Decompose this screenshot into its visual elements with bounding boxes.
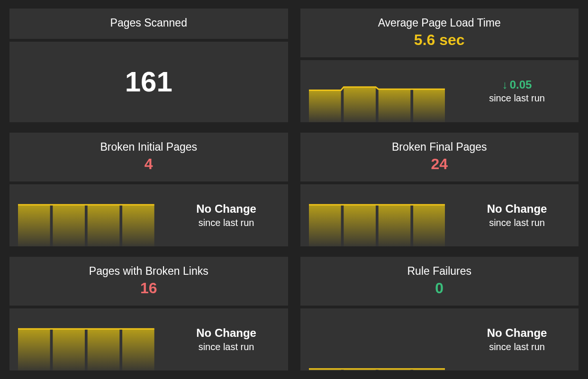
delta-sub: since last run bbox=[489, 92, 545, 104]
card-avg-load-time: Average Page Load Time 5.6 sec ↓ 0.05 si… bbox=[300, 9, 579, 122]
change-main: No Change bbox=[196, 326, 256, 340]
change-main: No Change bbox=[196, 202, 256, 216]
svg-rect-5 bbox=[53, 205, 85, 246]
metric-value: 16 bbox=[140, 280, 157, 297]
card-title: Rule Failures bbox=[407, 264, 472, 279]
svg-rect-8 bbox=[309, 205, 341, 246]
card-title: Average Page Load Time bbox=[378, 16, 501, 30]
svg-rect-9 bbox=[344, 205, 376, 246]
card-broken-links: Pages with Broken Links 16 No Change sin… bbox=[9, 257, 288, 370]
svg-rect-1 bbox=[344, 87, 376, 122]
svg-rect-14 bbox=[88, 329, 120, 370]
change-sub: since last run bbox=[199, 341, 254, 352]
card-broken-final: Broken Final Pages 24 No Change since la… bbox=[300, 133, 579, 246]
card-title: Broken Final Pages bbox=[392, 140, 487, 154]
dashboard-grid: Pages Scanned 161 Average Page Load Time… bbox=[9, 9, 579, 370]
change-block: ↓ 0.05 since last run bbox=[455, 78, 579, 104]
change-sub: since last run bbox=[489, 341, 545, 352]
card-pages-scanned: Pages Scanned 161 bbox=[9, 9, 288, 122]
sparkline bbox=[300, 184, 451, 246]
sparkline bbox=[9, 184, 160, 246]
change-block: No Change since last run bbox=[165, 202, 288, 228]
card-body: No Change since last run bbox=[9, 308, 288, 370]
metric-value: 161 bbox=[125, 68, 172, 96]
change-sub: since last run bbox=[489, 217, 545, 228]
metric-value: 5.6 sec bbox=[414, 31, 465, 49]
card-body: No Change since last run bbox=[9, 184, 288, 246]
metric-value: 4 bbox=[145, 155, 153, 173]
svg-rect-15 bbox=[122, 329, 154, 370]
svg-rect-10 bbox=[378, 205, 410, 246]
card-body: ↓ 0.05 since last run bbox=[300, 60, 579, 122]
arrow-down-icon: ↓ bbox=[502, 78, 508, 91]
svg-rect-6 bbox=[88, 205, 120, 246]
change-main: No Change bbox=[487, 202, 547, 216]
card-body: No Change since last run bbox=[300, 184, 579, 246]
change-sub: since last run bbox=[199, 217, 254, 228]
svg-rect-4 bbox=[18, 205, 50, 246]
svg-rect-2 bbox=[378, 89, 410, 122]
svg-rect-3 bbox=[413, 89, 445, 122]
card-body: No Change since last run bbox=[300, 308, 579, 370]
card-header: Average Page Load Time 5.6 sec bbox=[300, 9, 579, 57]
card-header: Pages with Broken Links 16 bbox=[9, 257, 288, 306]
card-title: Pages with Broken Links bbox=[89, 264, 208, 279]
card-rule-failures: Rule Failures 0 No Change since last run bbox=[300, 257, 579, 370]
card-title: Pages Scanned bbox=[110, 16, 187, 30]
change-main: No Change bbox=[487, 326, 547, 340]
metric-value: 24 bbox=[431, 155, 448, 173]
svg-rect-11 bbox=[413, 205, 445, 246]
card-header: Pages Scanned bbox=[9, 9, 288, 39]
sparkline bbox=[300, 60, 451, 122]
delta-value: ↓ 0.05 bbox=[502, 78, 532, 91]
metric-value: 0 bbox=[435, 280, 443, 297]
card-body: 161 bbox=[9, 42, 288, 122]
card-title: Broken Initial Pages bbox=[100, 140, 197, 154]
sparkline bbox=[9, 308, 160, 370]
card-header: Broken Initial Pages 4 bbox=[9, 133, 288, 181]
change-block: No Change since last run bbox=[165, 326, 288, 352]
card-broken-initial: Broken Initial Pages 4 No Change since l… bbox=[9, 133, 288, 246]
change-block: No Change since last run bbox=[455, 326, 579, 352]
svg-rect-0 bbox=[309, 90, 341, 123]
svg-rect-12 bbox=[18, 329, 50, 370]
delta-number: 0.05 bbox=[510, 78, 532, 91]
change-block: No Change since last run bbox=[455, 202, 579, 228]
sparkline bbox=[300, 308, 451, 370]
svg-rect-13 bbox=[53, 329, 85, 370]
card-header: Broken Final Pages 24 bbox=[300, 133, 579, 181]
svg-rect-7 bbox=[122, 205, 154, 246]
card-header: Rule Failures 0 bbox=[300, 257, 579, 306]
